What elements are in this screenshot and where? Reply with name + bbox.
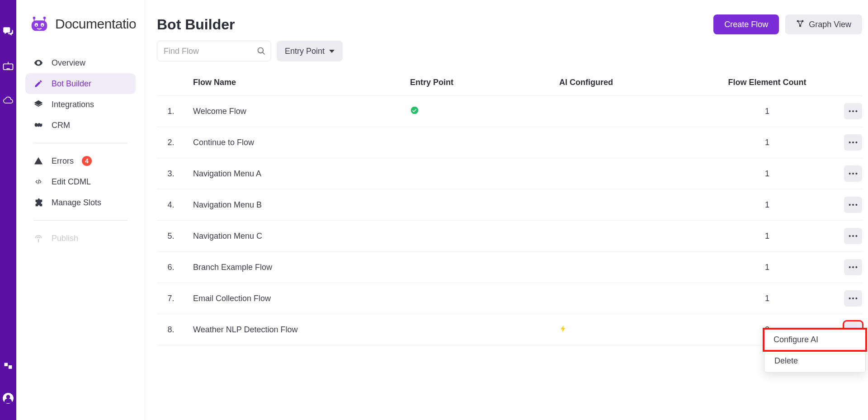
row-actions-button[interactable] [844, 290, 862, 307]
svg-point-6 [42, 24, 43, 26]
svg-point-16 [855, 110, 857, 112]
error-count-badge: 4 [82, 156, 92, 166]
element-count-cell: 1 [704, 231, 830, 241]
table-row: 7.Email Collection Flow1 [157, 283, 862, 314]
svg-point-20 [849, 173, 851, 175]
row-actions-button[interactable] [844, 197, 862, 213]
sidebar-item-crm[interactable]: CRM [25, 115, 136, 136]
row-actions-button[interactable] [844, 165, 862, 182]
svg-point-29 [849, 266, 851, 268]
sidebar-item-edit-cdml[interactable]: Edit CDML [25, 171, 136, 192]
sidebar-item-bot-builder[interactable]: Bot Builder [25, 73, 136, 94]
rail-bot-icon[interactable] [0, 58, 16, 74]
sidebar-item-manage-slots[interactable]: Manage Slots [25, 192, 136, 213]
flow-name-link[interactable]: Welcome Flow [193, 107, 246, 116]
graph-icon [796, 19, 804, 30]
svg-point-15 [852, 110, 854, 112]
svg-point-28 [855, 235, 857, 237]
pencil-icon [33, 79, 43, 89]
broadcast-icon [33, 233, 43, 243]
element-count-cell: 1 [704, 263, 830, 272]
search-input[interactable] [157, 41, 271, 61]
sidebar: Documentation OverviewBot BuilderIntegra… [16, 0, 145, 420]
sidebar-item-publish: Publish [25, 228, 136, 249]
col-entry-point: Entry Point [410, 78, 559, 87]
table-row: 3.Navigation Menu A1 [157, 158, 862, 189]
row-index: 2. [157, 138, 193, 147]
table-row: 8.Weather NLP Detection Flow0 [157, 314, 862, 345]
sidebar-item-label: Bot Builder [52, 79, 91, 89]
entry-point-cell [410, 106, 559, 117]
rail-cloud-icon[interactable] [0, 92, 16, 109]
layers-icon [33, 99, 43, 109]
ai-configured-cell [559, 324, 704, 336]
svg-point-24 [852, 204, 854, 206]
code-icon [33, 177, 43, 187]
row-index: 7. [157, 294, 193, 303]
element-count-cell: 1 [704, 107, 830, 116]
col-element-count: Flow Element Count [704, 78, 830, 87]
table-row: 6.Branch Example Flow1 [157, 252, 862, 283]
check-circle-icon [410, 108, 419, 117]
svg-point-17 [849, 142, 851, 143]
col-flow-name: Flow Name [193, 78, 410, 87]
nav-divider [33, 143, 127, 143]
flow-name-link[interactable]: Continue to Flow [193, 138, 254, 147]
flow-name-link[interactable]: Branch Example Flow [193, 263, 272, 272]
svg-point-26 [849, 235, 851, 237]
entry-point-dropdown[interactable]: Entry Point [277, 41, 343, 61]
eye-icon [33, 58, 43, 68]
graph-view-button[interactable]: Graph View [785, 14, 862, 34]
svg-point-27 [852, 235, 854, 237]
svg-point-34 [855, 297, 857, 299]
flow-name-link[interactable]: Weather NLP Detection Flow [193, 325, 297, 334]
row-actions-button[interactable] [844, 228, 862, 244]
context-menu-delete[interactable]: Delete [764, 350, 865, 372]
row-actions-button[interactable] [844, 259, 862, 275]
row-actions-button[interactable] [844, 134, 862, 151]
svg-point-21 [852, 173, 854, 175]
sidebar-item-integrations[interactable]: Integrations [25, 94, 136, 115]
sidebar-item-label: Edit CDML [52, 177, 91, 187]
flow-name-link[interactable]: Email Collection Flow [193, 294, 271, 303]
row-index: 8. [157, 325, 193, 335]
table-row: 2.Continue to Flow1 [157, 127, 862, 158]
svg-point-1 [6, 395, 10, 399]
handshake-icon [33, 120, 43, 130]
svg-point-33 [852, 297, 854, 299]
flow-name-link[interactable]: Navigation Menu B [193, 200, 262, 209]
puzzle-icon [33, 198, 43, 208]
table-row: 4.Navigation Menu B1 [157, 189, 862, 221]
rail-account-icon[interactable] [0, 390, 16, 406]
sidebar-item-errors[interactable]: Errors4 [25, 151, 136, 171]
table-header: Flow Name Entry Point AI Configured Flow… [157, 72, 862, 96]
row-index: 3. [157, 169, 193, 179]
table-row: 5.Navigation Menu C1 [157, 221, 862, 252]
svg-point-5 [36, 24, 37, 26]
row-index: 1. [157, 107, 193, 116]
flow-name-link[interactable]: Navigation Menu A [193, 169, 261, 178]
row-actions-button[interactable] [844, 103, 862, 119]
svg-point-25 [855, 204, 857, 206]
element-count-cell: 1 [704, 200, 830, 210]
flows-table: Flow Name Entry Point AI Configured Flow… [157, 72, 862, 345]
sidebar-item-label: Publish [52, 234, 78, 243]
brand-logo-icon [29, 14, 50, 34]
sidebar-item-overview[interactable]: Overview [25, 52, 136, 73]
bolt-icon [559, 326, 567, 335]
create-flow-button[interactable]: Create Flow [713, 14, 779, 34]
rail-translate-icon[interactable] [0, 359, 16, 375]
sidebar-item-label: Overview [52, 58, 85, 68]
search-icon [257, 47, 266, 56]
main-content: Bot Builder Create Flow Graph View En [145, 0, 868, 420]
nav-divider [33, 220, 127, 221]
svg-point-14 [849, 110, 851, 112]
sidebar-item-label: Integrations [52, 100, 94, 109]
rail-chat-icon[interactable] [0, 24, 16, 40]
svg-point-18 [852, 142, 854, 143]
flow-name-link[interactable]: Navigation Menu C [193, 231, 262, 241]
context-menu-configure-ai[interactable]: Configure AI [764, 329, 866, 351]
warning-icon [33, 156, 43, 166]
sidebar-item-label: Errors [52, 156, 74, 166]
svg-point-31 [855, 266, 857, 268]
